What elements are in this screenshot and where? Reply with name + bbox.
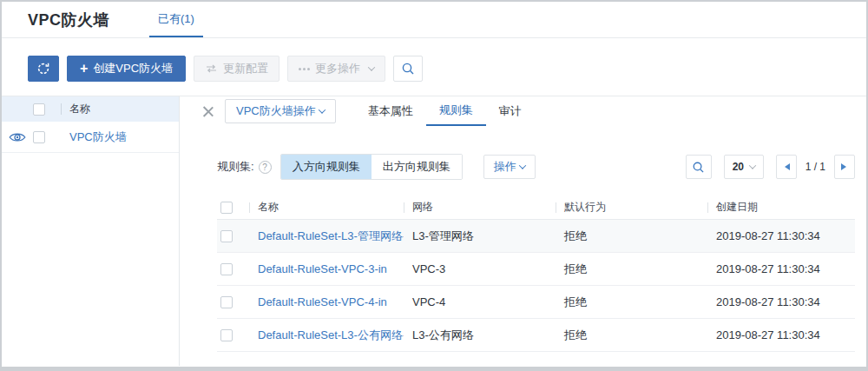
ruleset-name-link[interactable]: Default-RuleSet-VPC-3-in (249, 262, 404, 275)
update-config-button[interactable]: 更新配置 (194, 56, 279, 82)
table-row[interactable]: Default-RuleSet-L3-公有网络-in L3-公有网络 拒绝 20… (217, 319, 855, 352)
ruleset-controls: 规则集: ? 入方向规则集 出方向规则集 操作 20 (217, 154, 855, 180)
select-all-rules-checkbox[interactable] (220, 202, 233, 214)
vpc-firewall-link[interactable]: VPC防火墙 (69, 129, 127, 145)
ruleset-created: 2019-08-27 11:30:34 (707, 328, 855, 341)
ruleset-created: 2019-08-27 11:30:34 (707, 229, 855, 242)
firewall-actions-label: VPC防火墙操作 (236, 103, 316, 119)
toolbar-search-button[interactable] (393, 56, 423, 82)
more-actions-button[interactable]: 更多操作 (287, 56, 385, 82)
operate-dropdown[interactable]: 操作 (483, 155, 536, 179)
refresh-button[interactable] (28, 56, 59, 82)
tab-audit[interactable]: 审计 (486, 96, 535, 126)
ruleset-name-link[interactable]: Default-RuleSet-VPC-4-in (249, 295, 404, 308)
column-header-default-action: 默认行为 (556, 195, 707, 219)
firewall-actions-dropdown[interactable]: VPC防火墙操作 (225, 99, 336, 123)
ruleset-name-link[interactable]: Default-RuleSet-L3-管理网络-in (249, 229, 404, 244)
firewall-list-panel: 名称 VPC防火墙 (2, 96, 180, 366)
table-search-button[interactable] (686, 155, 712, 179)
ruleset-network: VPC-3 (404, 262, 556, 275)
ruleset-label: 规则集: (217, 159, 254, 175)
table-header-row: 名称 网络 默认行为 创建日期 (217, 195, 855, 220)
table-row[interactable]: Default-RuleSet-L3-管理网络-in L3-管理网络 拒绝 20… (217, 220, 855, 253)
column-header-created: 创建日期 (707, 195, 855, 219)
next-icon (841, 163, 850, 170)
detail-header: VPC防火墙操作 基本属性 规则集 审计 (201, 96, 855, 126)
ruleset-network: VPC-4 (404, 295, 556, 308)
prev-icon (781, 163, 790, 170)
detail-panel: VPC防火墙操作 基本属性 规则集 审计 规则集: ? 入方向规则集 出方向规则… (180, 96, 866, 366)
ruleset-default-action: 拒绝 (556, 262, 707, 277)
detail-tabs: 基本属性 规则集 审计 (355, 96, 535, 126)
toolbar: + 创建VPC防火墙 更新配置 更多操作 (2, 38, 866, 96)
column-separator (61, 103, 62, 115)
help-icon[interactable]: ? (259, 161, 272, 174)
chevron-down-icon (518, 162, 525, 169)
tab-basic-properties[interactable]: 基本属性 (355, 96, 426, 126)
refresh-icon (36, 62, 50, 76)
list-item[interactable]: VPC防火墙 (2, 122, 179, 153)
eye-icon[interactable] (2, 131, 33, 143)
ruleset-network: L3-管理网络 (404, 229, 556, 244)
row-checkbox[interactable] (220, 263, 233, 275)
column-header-name: 名称 (249, 195, 404, 219)
page-indicator: 1 / 1 (806, 161, 825, 173)
name-column-header: 名称 (69, 102, 90, 116)
page-size-select[interactable]: 20 (724, 155, 764, 179)
plus-icon: + (80, 62, 88, 76)
more-actions-label: 更多操作 (315, 61, 360, 76)
table-row[interactable]: Default-RuleSet-VPC-3-in VPC-3 拒绝 2019-0… (217, 253, 855, 286)
create-vpc-firewall-button[interactable]: + 创建VPC防火墙 (67, 56, 186, 82)
list-header: 名称 (2, 96, 179, 122)
tab-existing[interactable]: 已有(1) (149, 2, 203, 37)
prev-page-button[interactable] (776, 155, 797, 179)
chevron-down-icon (368, 63, 375, 70)
swap-arrows-icon (205, 63, 218, 74)
row-checkbox[interactable] (33, 131, 45, 143)
next-page-button[interactable] (834, 155, 855, 179)
chevron-down-icon (748, 162, 755, 169)
select-all-checkbox[interactable] (33, 103, 45, 116)
search-icon (401, 62, 415, 76)
direction-toggle-group: 入方向规则集 出方向规则集 (280, 154, 463, 180)
ruleset-network: L3-公有网络 (404, 328, 556, 343)
update-config-label: 更新配置 (223, 61, 268, 76)
page-header: VPC防火墙 已有(1) (2, 2, 866, 38)
content-panels: 名称 VPC防火墙 VPC防火墙操作 基本属性 规则集 (2, 96, 866, 366)
row-checkbox[interactable] (220, 230, 233, 242)
ruleset-default-action: 拒绝 (556, 229, 707, 244)
ruleset-name-link[interactable]: Default-RuleSet-L3-公有网络-in (249, 328, 404, 343)
ruleset-default-action: 拒绝 (556, 295, 707, 310)
search-icon (692, 161, 705, 174)
row-checkbox[interactable] (220, 296, 233, 308)
row-checkbox[interactable] (220, 329, 233, 341)
close-icon[interactable] (201, 105, 214, 118)
ruleset-default-action: 拒绝 (556, 328, 707, 343)
column-header-network: 网络 (404, 195, 556, 219)
ruleset-created: 2019-08-27 11:30:34 (707, 262, 855, 275)
more-dots-icon (299, 68, 310, 70)
ruleset-created: 2019-08-27 11:30:34 (707, 295, 855, 308)
outbound-ruleset-toggle[interactable]: 出方向规则集 (372, 155, 462, 179)
vpc-firewall-window: VPC防火墙 已有(1) + 创建VPC防火墙 更新配置 更多操作 (0, 0, 868, 371)
inbound-ruleset-toggle[interactable]: 入方向规则集 (281, 155, 372, 179)
chevron-down-icon (318, 106, 325, 113)
operate-label: 操作 (494, 159, 516, 175)
tab-rule-set[interactable]: 规则集 (426, 96, 486, 126)
table-row[interactable]: Default-RuleSet-VPC-4-in VPC-4 拒绝 2019-0… (217, 286, 855, 319)
page-title: VPC防火墙 (28, 10, 109, 30)
page-size-value: 20 (733, 161, 744, 173)
create-vpc-firewall-label: 创建VPC防火墙 (93, 61, 173, 76)
ruleset-table: 名称 网络 默认行为 创建日期 Default-RuleSet-L3-管理网络-… (217, 195, 855, 352)
